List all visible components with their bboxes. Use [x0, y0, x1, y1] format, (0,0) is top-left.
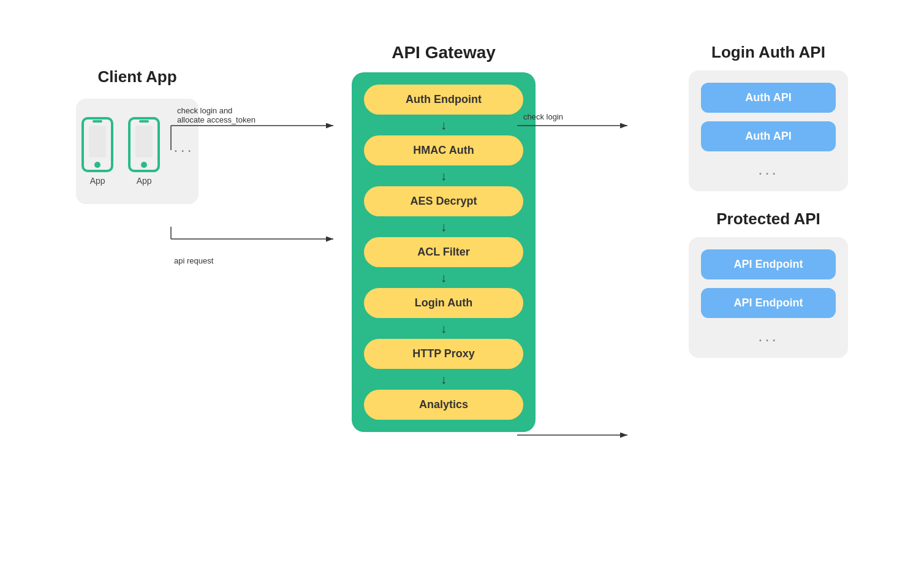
protected-api-box: API Endpoint API Endpoint ...: [689, 237, 848, 358]
api-endpoint-btn-1: API Endpoint: [701, 249, 836, 279]
phone-svg-2: [127, 117, 161, 172]
arrow-aes: ↓: [441, 170, 447, 181]
svg-point-6: [141, 162, 147, 168]
auth-api-btn-2: Auth API: [701, 121, 836, 151]
client-box: App App ...: [76, 99, 199, 204]
phone-icon-1: App: [80, 117, 115, 186]
arrow-login: ↓: [441, 272, 447, 283]
gateway-section: API Gateway Auth Endpoint ↓ HMAC Auth ↓ …: [346, 43, 542, 432]
login-auth-api-group: Login Auth API Auth API Auth API ...: [683, 43, 854, 191]
api-request-label: api request: [174, 256, 214, 265]
svg-rect-1: [89, 126, 106, 157]
arrow-analytics: ↓: [441, 374, 447, 385]
svg-rect-3: [93, 120, 102, 123]
phones-row: App App ...: [80, 117, 194, 186]
svg-rect-7: [139, 120, 149, 123]
svg-point-2: [94, 162, 100, 168]
phone-icon-2: App: [127, 117, 161, 186]
node-login-auth: Login Auth: [364, 288, 523, 318]
svg-rect-5: [135, 126, 153, 157]
phone-label-2: App: [137, 176, 152, 186]
arrow-hmac: ↓: [441, 119, 447, 131]
client-dots: ...: [173, 137, 194, 156]
protected-api-dots: ...: [758, 327, 779, 346]
phone-label-1: App: [90, 176, 105, 186]
arrow-acl: ↓: [441, 221, 447, 232]
node-hmac-auth: HMAC Auth: [364, 135, 523, 165]
client-app-section: Client App App: [70, 67, 205, 204]
node-analytics: Analytics: [364, 390, 523, 420]
protected-api-title: Protected API: [683, 210, 854, 229]
node-acl-filter: ACL Filter: [364, 237, 523, 267]
login-auth-title: Login Auth API: [683, 43, 854, 62]
node-http-proxy: HTTP Proxy: [364, 339, 523, 369]
protected-api-group: Protected API API Endpoint API Endpoint …: [683, 210, 854, 358]
node-auth-endpoint: Auth Endpoint: [364, 85, 523, 115]
auth-api-btn-1: Auth API: [701, 83, 836, 113]
login-auth-box: Auth API Auth API ...: [689, 70, 848, 191]
right-sections: Login Auth API Auth API Auth API ... Pro…: [683, 43, 854, 358]
gateway-title: API Gateway: [392, 43, 496, 63]
client-app-title: Client App: [97, 67, 176, 86]
node-aes-decrypt: AES Decrypt: [364, 186, 523, 216]
main-diagram: Client App App: [33, 18, 891, 558]
phone-svg-1: [80, 117, 115, 172]
api-endpoint-btn-2: API Endpoint: [701, 288, 836, 318]
arrow-proxy: ↓: [441, 323, 447, 334]
login-auth-dots: ...: [758, 160, 779, 179]
gateway-box: Auth Endpoint ↓ HMAC Auth ↓ AES Decrypt …: [352, 72, 536, 432]
